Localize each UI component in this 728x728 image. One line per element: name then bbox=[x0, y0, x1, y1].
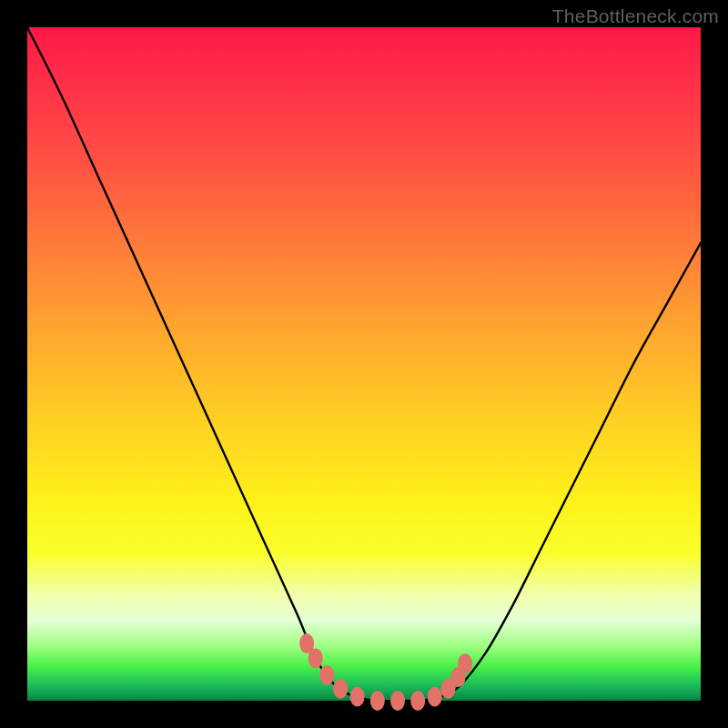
curve-layer bbox=[27, 27, 701, 701]
curve-marker bbox=[370, 691, 385, 711]
watermark-text: TheBottleneck.com bbox=[552, 5, 719, 27]
curve-marker bbox=[350, 687, 365, 707]
bottleneck-curve bbox=[27, 27, 701, 701]
curve-marker bbox=[308, 648, 323, 668]
curve-marker bbox=[428, 687, 442, 707]
curve-marker bbox=[410, 691, 425, 711]
curve-marker bbox=[319, 665, 334, 685]
curve-markers bbox=[299, 633, 472, 711]
curve-marker bbox=[390, 691, 405, 711]
chart-frame: TheBottleneck.com bbox=[0, 0, 728, 728]
curve-marker bbox=[333, 679, 348, 699]
plot-area bbox=[27, 27, 701, 701]
curve-marker bbox=[458, 653, 472, 673]
